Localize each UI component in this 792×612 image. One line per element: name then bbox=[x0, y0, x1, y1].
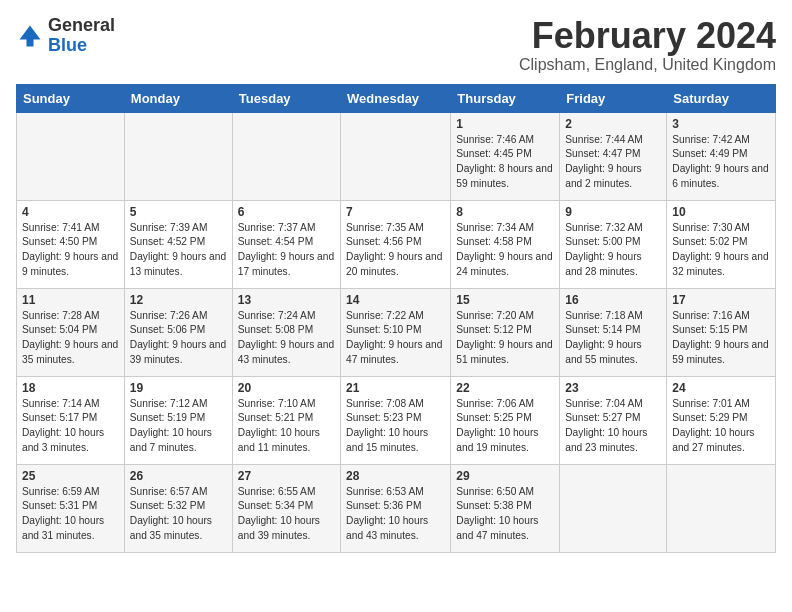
calendar-cell: 4Sunrise: 7:41 AMSunset: 4:50 PMDaylight… bbox=[17, 200, 125, 288]
calendar-cell: 15Sunrise: 7:20 AMSunset: 5:12 PMDayligh… bbox=[451, 288, 560, 376]
day-number: 29 bbox=[456, 469, 554, 483]
calendar-cell: 13Sunrise: 7:24 AMSunset: 5:08 PMDayligh… bbox=[232, 288, 340, 376]
calendar-cell: 3Sunrise: 7:42 AMSunset: 4:49 PMDaylight… bbox=[667, 112, 776, 200]
day-info: Sunrise: 7:06 AMSunset: 5:25 PMDaylight:… bbox=[456, 397, 554, 456]
day-info: Sunrise: 7:20 AMSunset: 5:12 PMDaylight:… bbox=[456, 309, 554, 368]
calendar-cell: 16Sunrise: 7:18 AMSunset: 5:14 PMDayligh… bbox=[560, 288, 667, 376]
day-info: Sunrise: 7:22 AMSunset: 5:10 PMDaylight:… bbox=[346, 309, 445, 368]
logo-text: General Blue bbox=[48, 16, 115, 56]
day-info: Sunrise: 7:37 AMSunset: 4:54 PMDaylight:… bbox=[238, 221, 335, 280]
header-cell-saturday: Saturday bbox=[667, 84, 776, 112]
calendar-cell: 1Sunrise: 7:46 AMSunset: 4:45 PMDaylight… bbox=[451, 112, 560, 200]
day-number: 13 bbox=[238, 293, 335, 307]
header-row: SundayMondayTuesdayWednesdayThursdayFrid… bbox=[17, 84, 776, 112]
month-title: February 2024 bbox=[519, 16, 776, 56]
week-row-0: 1Sunrise: 7:46 AMSunset: 4:45 PMDaylight… bbox=[17, 112, 776, 200]
calendar-cell: 25Sunrise: 6:59 AMSunset: 5:31 PMDayligh… bbox=[17, 464, 125, 552]
title-area: February 2024 Clipsham, England, United … bbox=[519, 16, 776, 74]
day-info: Sunrise: 7:18 AMSunset: 5:14 PMDaylight:… bbox=[565, 309, 661, 368]
calendar-cell: 19Sunrise: 7:12 AMSunset: 5:19 PMDayligh… bbox=[124, 376, 232, 464]
day-number: 12 bbox=[130, 293, 227, 307]
day-number: 19 bbox=[130, 381, 227, 395]
day-info: Sunrise: 7:30 AMSunset: 5:02 PMDaylight:… bbox=[672, 221, 770, 280]
day-number: 10 bbox=[672, 205, 770, 219]
day-number: 16 bbox=[565, 293, 661, 307]
calendar-cell: 18Sunrise: 7:14 AMSunset: 5:17 PMDayligh… bbox=[17, 376, 125, 464]
day-info: Sunrise: 7:10 AMSunset: 5:21 PMDaylight:… bbox=[238, 397, 335, 456]
day-number: 18 bbox=[22, 381, 119, 395]
calendar-cell: 27Sunrise: 6:55 AMSunset: 5:34 PMDayligh… bbox=[232, 464, 340, 552]
calendar-cell bbox=[341, 112, 451, 200]
calendar-cell: 7Sunrise: 7:35 AMSunset: 4:56 PMDaylight… bbox=[341, 200, 451, 288]
day-info: Sunrise: 7:46 AMSunset: 4:45 PMDaylight:… bbox=[456, 133, 554, 192]
header-cell-monday: Monday bbox=[124, 84, 232, 112]
week-row-3: 18Sunrise: 7:14 AMSunset: 5:17 PMDayligh… bbox=[17, 376, 776, 464]
day-number: 15 bbox=[456, 293, 554, 307]
calendar-cell: 2Sunrise: 7:44 AMSunset: 4:47 PMDaylight… bbox=[560, 112, 667, 200]
calendar-cell: 10Sunrise: 7:30 AMSunset: 5:02 PMDayligh… bbox=[667, 200, 776, 288]
header: General Blue February 2024 Clipsham, Eng… bbox=[16, 16, 776, 74]
calendar-cell: 17Sunrise: 7:16 AMSunset: 5:15 PMDayligh… bbox=[667, 288, 776, 376]
day-info: Sunrise: 7:34 AMSunset: 4:58 PMDaylight:… bbox=[456, 221, 554, 280]
calendar-cell: 21Sunrise: 7:08 AMSunset: 5:23 PMDayligh… bbox=[341, 376, 451, 464]
calendar-cell: 29Sunrise: 6:50 AMSunset: 5:38 PMDayligh… bbox=[451, 464, 560, 552]
calendar-cell: 14Sunrise: 7:22 AMSunset: 5:10 PMDayligh… bbox=[341, 288, 451, 376]
day-info: Sunrise: 7:14 AMSunset: 5:17 PMDaylight:… bbox=[22, 397, 119, 456]
day-number: 21 bbox=[346, 381, 445, 395]
day-info: Sunrise: 6:50 AMSunset: 5:38 PMDaylight:… bbox=[456, 485, 554, 544]
svg-marker-0 bbox=[20, 25, 41, 46]
calendar-cell: 26Sunrise: 6:57 AMSunset: 5:32 PMDayligh… bbox=[124, 464, 232, 552]
logo-general: General bbox=[48, 16, 115, 36]
day-number: 25 bbox=[22, 469, 119, 483]
day-number: 28 bbox=[346, 469, 445, 483]
day-info: Sunrise: 7:24 AMSunset: 5:08 PMDaylight:… bbox=[238, 309, 335, 368]
day-info: Sunrise: 7:32 AMSunset: 5:00 PMDaylight:… bbox=[565, 221, 661, 280]
calendar-cell: 6Sunrise: 7:37 AMSunset: 4:54 PMDaylight… bbox=[232, 200, 340, 288]
day-info: Sunrise: 7:08 AMSunset: 5:23 PMDaylight:… bbox=[346, 397, 445, 456]
day-number: 1 bbox=[456, 117, 554, 131]
day-number: 8 bbox=[456, 205, 554, 219]
location-title: Clipsham, England, United Kingdom bbox=[519, 56, 776, 74]
calendar-cell: 28Sunrise: 6:53 AMSunset: 5:36 PMDayligh… bbox=[341, 464, 451, 552]
calendar-cell: 8Sunrise: 7:34 AMSunset: 4:58 PMDaylight… bbox=[451, 200, 560, 288]
day-number: 9 bbox=[565, 205, 661, 219]
calendar-cell bbox=[124, 112, 232, 200]
header-cell-friday: Friday bbox=[560, 84, 667, 112]
calendar-cell bbox=[17, 112, 125, 200]
day-number: 23 bbox=[565, 381, 661, 395]
calendar-cell: 24Sunrise: 7:01 AMSunset: 5:29 PMDayligh… bbox=[667, 376, 776, 464]
day-number: 5 bbox=[130, 205, 227, 219]
day-info: Sunrise: 6:57 AMSunset: 5:32 PMDaylight:… bbox=[130, 485, 227, 544]
calendar-cell: 11Sunrise: 7:28 AMSunset: 5:04 PMDayligh… bbox=[17, 288, 125, 376]
day-number: 26 bbox=[130, 469, 227, 483]
day-info: Sunrise: 7:04 AMSunset: 5:27 PMDaylight:… bbox=[565, 397, 661, 456]
day-number: 3 bbox=[672, 117, 770, 131]
calendar-cell: 5Sunrise: 7:39 AMSunset: 4:52 PMDaylight… bbox=[124, 200, 232, 288]
calendar-cell: 12Sunrise: 7:26 AMSunset: 5:06 PMDayligh… bbox=[124, 288, 232, 376]
day-info: Sunrise: 7:12 AMSunset: 5:19 PMDaylight:… bbox=[130, 397, 227, 456]
logo: General Blue bbox=[16, 16, 115, 56]
week-row-2: 11Sunrise: 7:28 AMSunset: 5:04 PMDayligh… bbox=[17, 288, 776, 376]
calendar-cell: 9Sunrise: 7:32 AMSunset: 5:00 PMDaylight… bbox=[560, 200, 667, 288]
day-number: 11 bbox=[22, 293, 119, 307]
day-info: Sunrise: 7:39 AMSunset: 4:52 PMDaylight:… bbox=[130, 221, 227, 280]
calendar-cell: 22Sunrise: 7:06 AMSunset: 5:25 PMDayligh… bbox=[451, 376, 560, 464]
day-number: 17 bbox=[672, 293, 770, 307]
day-info: Sunrise: 7:35 AMSunset: 4:56 PMDaylight:… bbox=[346, 221, 445, 280]
day-info: Sunrise: 7:16 AMSunset: 5:15 PMDaylight:… bbox=[672, 309, 770, 368]
day-number: 24 bbox=[672, 381, 770, 395]
day-info: Sunrise: 7:01 AMSunset: 5:29 PMDaylight:… bbox=[672, 397, 770, 456]
day-number: 6 bbox=[238, 205, 335, 219]
header-cell-wednesday: Wednesday bbox=[341, 84, 451, 112]
day-number: 22 bbox=[456, 381, 554, 395]
day-info: Sunrise: 6:55 AMSunset: 5:34 PMDaylight:… bbox=[238, 485, 335, 544]
logo-icon bbox=[16, 22, 44, 50]
day-info: Sunrise: 7:41 AMSunset: 4:50 PMDaylight:… bbox=[22, 221, 119, 280]
day-number: 7 bbox=[346, 205, 445, 219]
header-cell-tuesday: Tuesday bbox=[232, 84, 340, 112]
day-info: Sunrise: 7:28 AMSunset: 5:04 PMDaylight:… bbox=[22, 309, 119, 368]
day-info: Sunrise: 7:44 AMSunset: 4:47 PMDaylight:… bbox=[565, 133, 661, 192]
week-row-1: 4Sunrise: 7:41 AMSunset: 4:50 PMDaylight… bbox=[17, 200, 776, 288]
day-info: Sunrise: 6:53 AMSunset: 5:36 PMDaylight:… bbox=[346, 485, 445, 544]
day-number: 20 bbox=[238, 381, 335, 395]
